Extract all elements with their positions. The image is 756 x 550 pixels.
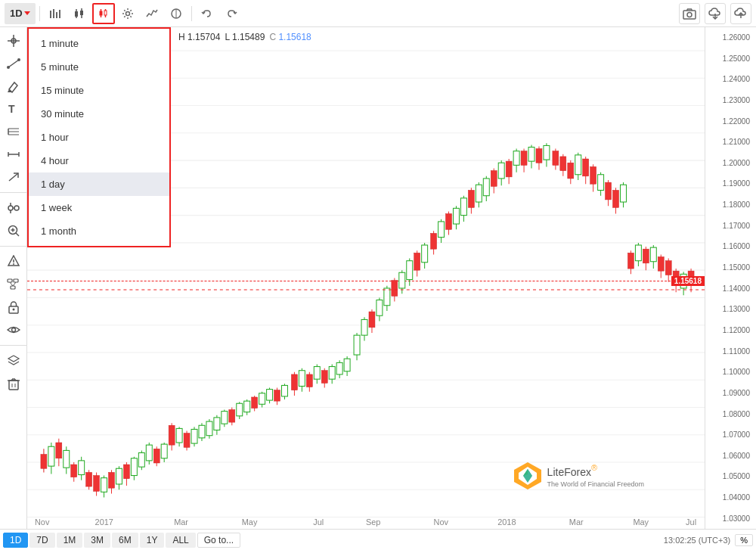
svg-rect-169 xyxy=(361,319,367,335)
svg-rect-233 xyxy=(606,182,612,200)
svg-rect-237 xyxy=(620,185,626,202)
alert-icon xyxy=(7,255,20,269)
svg-point-27 xyxy=(7,66,10,69)
separator-2 xyxy=(191,6,192,21)
svg-rect-245 xyxy=(650,247,656,262)
sidebar-sep-3 xyxy=(0,345,26,346)
timeframe-3m-bottom[interactable]: 3M xyxy=(84,533,110,548)
timeframe-1mo[interactable]: 1 month xyxy=(29,219,169,243)
timeframe-button[interactable]: 1D xyxy=(5,3,36,24)
price-1.14000: 1.14000 xyxy=(708,284,753,293)
bar-chart-icon xyxy=(49,8,61,20)
delete-tool[interactable] xyxy=(3,373,24,394)
camera-button[interactable] xyxy=(679,3,700,24)
crosshair-tool[interactable] xyxy=(3,30,24,51)
timeframe-6m-bottom[interactable]: 6M xyxy=(112,533,138,548)
svg-rect-3 xyxy=(59,10,60,18)
svg-rect-7 xyxy=(80,11,83,15)
layers-tool[interactable] xyxy=(3,350,24,371)
price-1.20000: 1.20000 xyxy=(708,159,753,167)
timeframe-dropdown: 1 minute 5 minute 15 minute 30 minute 1 … xyxy=(27,27,171,247)
timeframe-7d-bottom[interactable]: 7D xyxy=(29,533,54,548)
svg-rect-211 xyxy=(521,151,527,166)
price-1.21000: 1.21000 xyxy=(708,138,753,146)
settings-button[interactable] xyxy=(116,3,139,24)
timeframe-1m-bottom[interactable]: 1M xyxy=(57,533,83,548)
sidebar-sep-2 xyxy=(0,246,26,247)
timeframe-1d[interactable]: 1 day xyxy=(29,172,169,196)
price-1.19000: 1.19000 xyxy=(708,179,753,188)
object-tree-tool[interactable] xyxy=(3,274,24,295)
svg-point-40 xyxy=(8,206,13,210)
current-price-badge: 1.15618 xyxy=(671,276,705,286)
svg-rect-229 xyxy=(590,166,596,184)
svg-rect-249 xyxy=(665,261,671,275)
svg-rect-195 xyxy=(460,198,466,216)
price-1.08000: 1.08000 xyxy=(708,410,753,418)
compare-button[interactable] xyxy=(165,3,187,24)
svg-rect-85 xyxy=(41,455,47,469)
text-tool[interactable]: T xyxy=(3,98,24,120)
timeframe-all-bottom[interactable]: ALL xyxy=(166,533,195,548)
timeframe-15m[interactable]: 15 minute xyxy=(29,79,169,102)
trend-line-tool[interactable] xyxy=(3,53,24,74)
lock-tool[interactable] xyxy=(3,297,24,318)
price-1.18000: 1.18000 xyxy=(708,200,753,209)
svg-rect-119 xyxy=(169,425,175,445)
chart-area[interactable]: 1 minute 5 minute 15 minute 30 minute 1 … xyxy=(27,27,705,529)
candle-type-button[interactable] xyxy=(92,3,115,24)
svg-rect-52 xyxy=(14,279,18,282)
measure-tool[interactable] xyxy=(3,144,24,165)
arrow-tool[interactable] xyxy=(3,166,24,188)
indicators-button[interactable] xyxy=(141,3,163,24)
draw-tool[interactable] xyxy=(3,76,24,97)
svg-rect-141 xyxy=(252,397,258,409)
view-tool[interactable] xyxy=(3,319,24,340)
timeframe-1y-bottom[interactable]: 1Y xyxy=(140,533,165,548)
svg-rect-231 xyxy=(598,175,604,191)
candle-button[interactable] xyxy=(68,3,91,24)
undo-button[interactable] xyxy=(196,3,218,24)
timeframe-1h[interactable]: 1 hour xyxy=(29,126,169,149)
zoom-in-tool[interactable] xyxy=(3,220,24,241)
timeframe-label: 1D xyxy=(10,8,23,19)
bar-chart-button[interactable] xyxy=(44,3,67,24)
svg-point-20 xyxy=(687,12,692,17)
left-sidebar: T xyxy=(0,27,27,529)
svg-rect-147 xyxy=(274,390,280,402)
timeframe-1d-bottom[interactable]: 1D xyxy=(3,533,28,548)
indicators-sidebar-icon xyxy=(7,201,20,215)
timeframe-30m[interactable]: 30 minute xyxy=(29,102,169,126)
cloud-download-icon xyxy=(708,8,722,20)
separator-1 xyxy=(39,6,40,21)
redo-button[interactable] xyxy=(220,3,243,24)
fibonacci-tool[interactable] xyxy=(3,121,24,142)
svg-rect-19 xyxy=(683,11,696,19)
svg-rect-197 xyxy=(468,190,474,207)
cloud-download-button[interactable] xyxy=(705,3,726,24)
candles-sep2017 xyxy=(354,243,428,360)
svg-text:May: May xyxy=(633,517,649,527)
svg-line-30 xyxy=(14,82,17,85)
timeframe-1m[interactable]: 1 minute xyxy=(29,32,169,55)
cloud-upload-button[interactable] xyxy=(730,3,751,24)
timeframe-1w[interactable]: 1 week xyxy=(29,196,169,219)
svg-rect-171 xyxy=(369,312,375,328)
goto-button[interactable]: Go to... xyxy=(197,533,240,548)
svg-text:Nov: Nov xyxy=(434,517,449,527)
liteforex-logo xyxy=(513,461,543,491)
svg-rect-185 xyxy=(422,245,428,263)
svg-rect-111 xyxy=(138,453,144,468)
timeframe-4h[interactable]: 4 hour xyxy=(29,149,169,172)
indicators-tool[interactable] xyxy=(3,197,24,219)
candles-nov2017 xyxy=(431,143,550,254)
price-1.23000: 1.23000 xyxy=(708,96,753,104)
svg-rect-209 xyxy=(513,151,519,166)
svg-rect-135 xyxy=(229,410,235,423)
svg-rect-173 xyxy=(376,300,383,316)
alert-tool[interactable] xyxy=(3,251,24,272)
pct-button[interactable]: % xyxy=(735,534,753,546)
price-1.16000: 1.16000 xyxy=(708,242,753,250)
timeframe-5m[interactable]: 5 minute xyxy=(29,55,169,79)
eye-icon xyxy=(7,323,20,337)
